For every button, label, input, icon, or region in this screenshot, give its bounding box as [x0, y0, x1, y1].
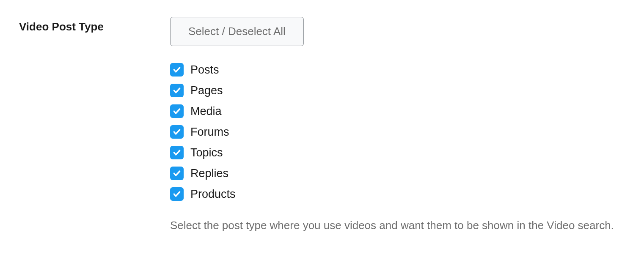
check-icon	[170, 84, 184, 97]
checkbox-label: Replies	[190, 168, 228, 179]
check-icon	[170, 63, 184, 77]
check-icon	[170, 146, 184, 159]
checkbox-item-pages[interactable]: Pages	[170, 84, 614, 97]
checkbox-item-topics[interactable]: Topics	[170, 146, 614, 159]
checkbox-list: Posts Pages Media	[170, 63, 614, 201]
video-post-type-row: Video Post Type Select / Deselect All Po…	[19, 17, 625, 234]
section-description: Select the post type where you use video…	[170, 217, 614, 234]
check-icon	[170, 187, 184, 201]
checkbox-item-posts[interactable]: Posts	[170, 63, 614, 77]
checkbox-item-forums[interactable]: Forums	[170, 125, 614, 139]
checkbox-label: Topics	[190, 147, 223, 159]
checkbox-label: Products	[190, 189, 236, 200]
section-label: Video Post Type	[19, 17, 170, 33]
checkbox-label: Forums	[190, 126, 229, 138]
section-content: Select / Deselect All Posts Pages	[170, 17, 614, 234]
checkbox-item-media[interactable]: Media	[170, 104, 614, 118]
checkbox-label: Pages	[190, 85, 223, 96]
check-icon	[170, 104, 184, 118]
check-icon	[170, 125, 184, 139]
select-deselect-all-button[interactable]: Select / Deselect All	[170, 17, 304, 46]
checkbox-label: Posts	[190, 64, 219, 76]
checkbox-item-replies[interactable]: Replies	[170, 167, 614, 180]
checkbox-item-products[interactable]: Products	[170, 187, 614, 201]
checkbox-label: Media	[190, 106, 222, 117]
check-icon	[170, 167, 184, 180]
